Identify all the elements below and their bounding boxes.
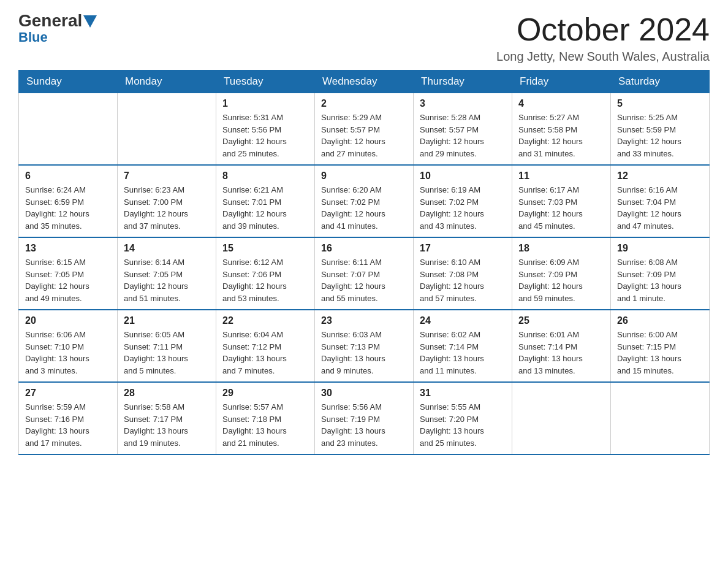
day-info: Sunrise: 5:25 AMSunset: 5:59 PMDaylight:… (617, 112, 703, 159)
calendar-cell: 28Sunrise: 5:58 AMSunset: 7:17 PMDayligh… (118, 382, 216, 454)
day-number: 17 (420, 243, 506, 254)
day-number: 12 (617, 170, 703, 182)
calendar-weekday-friday: Friday (512, 71, 611, 93)
day-number: 5 (617, 98, 703, 109)
calendar-cell: 26Sunrise: 6:00 AMSunset: 7:15 PMDayligh… (611, 310, 710, 382)
calendar-cell: 2Sunrise: 5:29 AMSunset: 5:57 PMDaylight… (315, 93, 414, 166)
day-info: Sunrise: 6:16 AMSunset: 7:04 PMDaylight:… (617, 184, 703, 232)
day-info: Sunrise: 6:10 AMSunset: 7:08 PMDaylight:… (420, 256, 506, 304)
day-number: 19 (617, 243, 703, 254)
calendar-cell (118, 93, 216, 166)
day-info: Sunrise: 5:29 AMSunset: 5:57 PMDaylight:… (321, 112, 407, 159)
day-info: Sunrise: 6:15 AMSunset: 7:05 PMDaylight:… (25, 256, 111, 304)
calendar-cell: 5Sunrise: 5:25 AMSunset: 5:59 PMDaylight… (611, 93, 710, 166)
day-number: 7 (124, 170, 210, 182)
day-info: Sunrise: 6:21 AMSunset: 7:01 PMDaylight:… (222, 184, 308, 232)
page-header: General Blue October 2024 Long Jetty, Ne… (18, 12, 710, 64)
day-info: Sunrise: 5:27 AMSunset: 5:58 PMDaylight:… (518, 112, 604, 159)
day-info: Sunrise: 5:31 AMSunset: 5:56 PMDaylight:… (222, 112, 308, 159)
calendar-cell: 1Sunrise: 5:31 AMSunset: 5:56 PMDaylight… (216, 93, 315, 166)
day-number: 25 (518, 315, 604, 326)
day-number: 23 (321, 315, 407, 326)
calendar-cell: 9Sunrise: 6:20 AMSunset: 7:02 PMDaylight… (315, 165, 414, 237)
day-info: Sunrise: 6:04 AMSunset: 7:12 PMDaylight:… (222, 329, 308, 377)
svg-marker-0 (83, 15, 97, 28)
day-number: 2 (321, 98, 407, 109)
day-number: 9 (321, 170, 407, 182)
calendar-cell: 21Sunrise: 6:05 AMSunset: 7:11 PMDayligh… (118, 310, 216, 382)
day-info: Sunrise: 6:19 AMSunset: 7:02 PMDaylight:… (420, 184, 506, 232)
calendar-cell: 19Sunrise: 6:08 AMSunset: 7:09 PMDayligh… (611, 237, 710, 310)
day-number: 30 (321, 388, 407, 399)
calendar-cell (512, 382, 611, 454)
calendar-cell: 25Sunrise: 6:01 AMSunset: 7:14 PMDayligh… (512, 310, 611, 382)
day-info: Sunrise: 6:14 AMSunset: 7:05 PMDaylight:… (124, 256, 210, 304)
day-info: Sunrise: 6:09 AMSunset: 7:09 PMDaylight:… (518, 256, 604, 304)
calendar-week-5: 27Sunrise: 5:59 AMSunset: 7:16 PMDayligh… (19, 382, 710, 454)
logo-triangle-icon (83, 15, 97, 28)
day-info: Sunrise: 6:11 AMSunset: 7:07 PMDaylight:… (321, 256, 407, 304)
day-info: Sunrise: 5:28 AMSunset: 5:57 PMDaylight:… (420, 112, 506, 159)
calendar-cell: 31Sunrise: 5:55 AMSunset: 7:20 PMDayligh… (414, 382, 512, 454)
calendar-weekday-tuesday: Tuesday (216, 71, 315, 93)
calendar-cell: 15Sunrise: 6:12 AMSunset: 7:06 PMDayligh… (216, 237, 315, 310)
calendar-weekday-thursday: Thursday (414, 71, 512, 93)
day-number: 27 (25, 388, 111, 399)
calendar-cell (19, 93, 118, 166)
day-number: 8 (222, 170, 308, 182)
subtitle: Long Jetty, New South Wales, Australia (496, 50, 710, 64)
calendar-cell: 22Sunrise: 6:04 AMSunset: 7:12 PMDayligh… (216, 310, 315, 382)
day-number: 22 (222, 315, 308, 326)
calendar-cell: 23Sunrise: 6:03 AMSunset: 7:13 PMDayligh… (315, 310, 414, 382)
calendar-cell: 29Sunrise: 5:57 AMSunset: 7:18 PMDayligh… (216, 382, 315, 454)
calendar-week-4: 20Sunrise: 6:06 AMSunset: 7:10 PMDayligh… (19, 310, 710, 382)
day-number: 15 (222, 243, 308, 254)
calendar-cell: 16Sunrise: 6:11 AMSunset: 7:07 PMDayligh… (315, 237, 414, 310)
calendar-cell: 3Sunrise: 5:28 AMSunset: 5:57 PMDaylight… (414, 93, 512, 166)
calendar-cell: 18Sunrise: 6:09 AMSunset: 7:09 PMDayligh… (512, 237, 611, 310)
day-info: Sunrise: 5:56 AMSunset: 7:19 PMDaylight:… (321, 401, 407, 449)
day-info: Sunrise: 6:06 AMSunset: 7:10 PMDaylight:… (25, 329, 111, 377)
calendar-week-3: 13Sunrise: 6:15 AMSunset: 7:05 PMDayligh… (19, 237, 710, 310)
calendar-cell: 17Sunrise: 6:10 AMSunset: 7:08 PMDayligh… (414, 237, 512, 310)
day-info: Sunrise: 6:20 AMSunset: 7:02 PMDaylight:… (321, 184, 407, 232)
day-info: Sunrise: 6:03 AMSunset: 7:13 PMDaylight:… (321, 329, 407, 377)
calendar-cell: 20Sunrise: 6:06 AMSunset: 7:10 PMDayligh… (19, 310, 118, 382)
calendar-weekday-sunday: Sunday (19, 71, 118, 93)
day-number: 4 (518, 98, 604, 109)
calendar-week-2: 6Sunrise: 6:24 AMSunset: 6:59 PMDaylight… (19, 165, 710, 237)
day-number: 14 (124, 243, 210, 254)
calendar-week-1: 1Sunrise: 5:31 AMSunset: 5:56 PMDaylight… (19, 93, 710, 166)
calendar-cell: 24Sunrise: 6:02 AMSunset: 7:14 PMDayligh… (414, 310, 512, 382)
day-number: 13 (25, 243, 111, 254)
day-info: Sunrise: 5:58 AMSunset: 7:17 PMDaylight:… (124, 401, 210, 449)
title-area: October 2024 Long Jetty, New South Wales… (496, 12, 710, 64)
day-info: Sunrise: 6:17 AMSunset: 7:03 PMDaylight:… (518, 184, 604, 232)
day-number: 16 (321, 243, 407, 254)
day-number: 1 (222, 98, 308, 109)
calendar-cell (611, 382, 710, 454)
calendar-cell: 30Sunrise: 5:56 AMSunset: 7:19 PMDayligh… (315, 382, 414, 454)
day-number: 6 (25, 170, 111, 182)
day-number: 21 (124, 315, 210, 326)
day-info: Sunrise: 6:00 AMSunset: 7:15 PMDaylight:… (617, 329, 703, 377)
day-number: 18 (518, 243, 604, 254)
calendar-weekday-saturday: Saturday (611, 71, 710, 93)
day-info: Sunrise: 6:05 AMSunset: 7:11 PMDaylight:… (124, 329, 210, 377)
calendar-cell: 13Sunrise: 6:15 AMSunset: 7:05 PMDayligh… (19, 237, 118, 310)
calendar-cell: 10Sunrise: 6:19 AMSunset: 7:02 PMDayligh… (414, 165, 512, 237)
logo-blue: Blue (18, 29, 48, 45)
calendar-cell: 12Sunrise: 6:16 AMSunset: 7:04 PMDayligh… (611, 165, 710, 237)
calendar-weekday-monday: Monday (118, 71, 216, 93)
day-number: 10 (420, 170, 506, 182)
day-number: 31 (420, 388, 506, 399)
page-title: October 2024 (496, 12, 710, 47)
calendar-cell: 4Sunrise: 5:27 AMSunset: 5:58 PMDaylight… (512, 93, 611, 166)
day-number: 28 (124, 388, 210, 399)
calendar-header-row: SundayMondayTuesdayWednesdayThursdayFrid… (19, 71, 710, 93)
day-number: 26 (617, 315, 703, 326)
day-number: 24 (420, 315, 506, 326)
logo: General Blue (18, 12, 97, 45)
day-info: Sunrise: 6:24 AMSunset: 6:59 PMDaylight:… (25, 184, 111, 232)
day-number: 20 (25, 315, 111, 326)
